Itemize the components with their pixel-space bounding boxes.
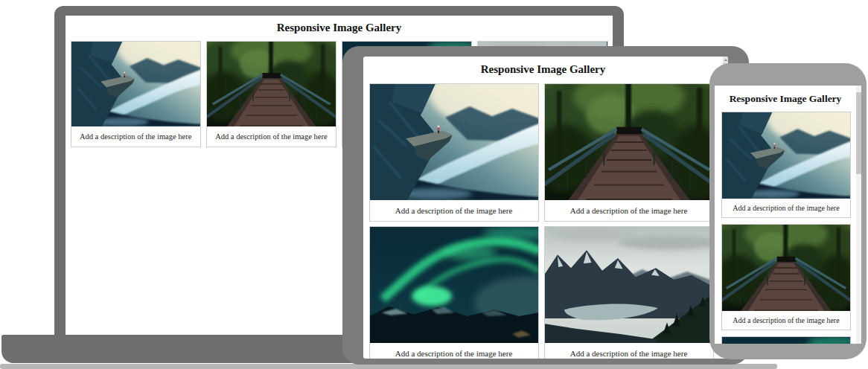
- gallery-card: Add a description of the image here: [206, 41, 336, 147]
- fjord-cliff-photo: [71, 42, 200, 126]
- image-caption: Add a description of the image here: [722, 311, 850, 330]
- image-caption: Add a description of the image here: [207, 126, 336, 147]
- phone-scrollbar-thumb[interactable]: [856, 92, 861, 174]
- tablet-screen: Responsive Image Gallery Add a descripti…: [363, 57, 728, 359]
- forest-bridge-photo: [207, 42, 336, 126]
- aurora-borealis-photo: [722, 337, 850, 344]
- phone-gallery-page: Responsive Image Gallery Add a descripti…: [715, 86, 856, 344]
- aurora-borealis-photo: [370, 227, 538, 343]
- phone-scrollbar[interactable]: [856, 86, 861, 344]
- canvas: Responsive Image Gallery Add a descripti…: [0, 0, 868, 369]
- scroll-up-arrow-icon[interactable]: [723, 57, 728, 63]
- fjord-cliff-photo: [370, 84, 538, 200]
- mountain-lake-photo: [545, 227, 713, 343]
- gallery-card: Add a description of the image here: [721, 224, 851, 330]
- gallery-card: Add a description of the image here: [369, 226, 539, 359]
- gallery-card: Add a description of the image here: [369, 83, 539, 222]
- gallery-title: Responsive Image Gallery: [363, 63, 723, 76]
- gallery-card: Add a description of the image here: [721, 112, 851, 218]
- gallery-card: Add a description of the image here: [544, 83, 714, 222]
- gallery-grid: Add a description of the image here Add …: [715, 109, 856, 344]
- gallery-title: Responsive Image Gallery: [66, 22, 613, 34]
- gallery-grid: Add a description of the image here Add …: [363, 81, 723, 359]
- image-caption: Add a description of the image here: [722, 199, 850, 217]
- image-caption: Add a description of the image here: [545, 343, 713, 359]
- phone-screen: Responsive Image Gallery Add a descripti…: [715, 86, 861, 344]
- forest-bridge-photo: [545, 84, 713, 200]
- gallery-card: Add a description of the image here: [721, 336, 851, 344]
- image-caption: Add a description of the image here: [71, 126, 200, 147]
- image-caption: Add a description of the image here: [370, 343, 538, 359]
- gallery-card: Add a description of the image here: [544, 226, 714, 359]
- image-caption: Add a description of the image here: [370, 200, 538, 221]
- gallery-card: Add a description of the image here: [71, 41, 201, 147]
- tablet-mockup: Responsive Image Gallery Add a descripti…: [342, 46, 749, 365]
- image-caption: Add a description of the image here: [545, 200, 713, 221]
- forest-bridge-photo: [722, 225, 850, 311]
- phone-mockup: Responsive Image Gallery Add a descripti…: [709, 63, 867, 359]
- gallery-title: Responsive Image Gallery: [715, 93, 856, 105]
- desk-shadow: [0, 364, 777, 369]
- fjord-cliff-photo: [722, 112, 850, 199]
- tablet-gallery-page: Responsive Image Gallery Add a descripti…: [363, 57, 723, 359]
